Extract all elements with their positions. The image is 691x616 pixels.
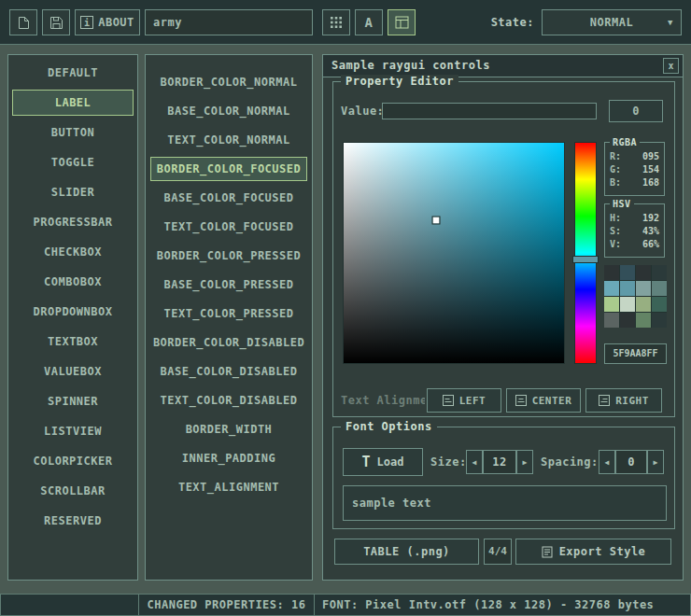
property-item[interactable]: BORDER_COLOR_NORMAL (150, 70, 307, 94)
palette-swatch[interactable] (636, 281, 651, 296)
control-item[interactable]: DROPDOWNBOX (12, 299, 134, 325)
save-style-button[interactable] (42, 9, 70, 35)
rgba-red-row: R:095 (605, 150, 664, 163)
control-item[interactable]: BUTTON (12, 119, 134, 146)
statusbar-spacer (0, 594, 139, 616)
control-item[interactable]: COLORPICKER (12, 448, 134, 474)
align-right-button[interactable]: RIGHT (585, 388, 662, 413)
pages-value-box[interactable]: 4/4 (484, 539, 512, 565)
state-value: NORMAL (590, 16, 633, 29)
palette-swatch[interactable] (620, 281, 635, 296)
font-load-label: Load (377, 455, 404, 469)
color-picker-cursor[interactable] (433, 217, 440, 223)
control-item[interactable]: TEXTBOX (12, 329, 134, 355)
control-item[interactable]: SCROLLBAR (12, 478, 134, 504)
control-item[interactable]: CHECKBOX (12, 239, 134, 265)
control-item[interactable]: PROGRESSBAR (12, 209, 134, 235)
hsv-group: HSV H:192 S:43% V:66% (604, 203, 665, 258)
align-center-button[interactable]: CENTER (506, 388, 581, 413)
property-item[interactable]: BORDER_WIDTH (150, 417, 307, 441)
control-item[interactable]: LISTVIEW (12, 418, 134, 444)
property-item[interactable]: TEXT_COLOR_PRESSED (150, 301, 307, 326)
font-load-button[interactable]: T Load (343, 448, 423, 476)
close-button[interactable]: x (663, 58, 679, 74)
hex-value-box[interactable]: 5F9AA8FF (604, 343, 667, 364)
property-value-input[interactable] (382, 103, 597, 119)
palette-swatch[interactable] (620, 313, 635, 328)
property-item[interactable]: TEXT_COLOR_NORMAL (150, 128, 307, 152)
align-right-icon (599, 395, 610, 406)
property-editor-group: Property Editor Value: 0 RGBA R:095 G:15… (332, 81, 675, 417)
hsv-value-row: V:66% (605, 238, 664, 251)
text-alignment-label: Text Alignme (341, 388, 425, 413)
state-dropdown[interactable]: NORMAL ▼ (542, 9, 682, 35)
palette-swatch[interactable] (604, 265, 619, 280)
property-item[interactable]: INNER_PADDING (150, 446, 307, 470)
palette-swatch[interactable] (652, 265, 667, 280)
align-left-icon (443, 395, 454, 406)
property-value-box[interactable]: 0 (609, 100, 663, 122)
palette-swatch[interactable] (620, 297, 635, 312)
export-style-button[interactable]: Export Style (515, 539, 671, 565)
statusbar-changed-properties: CHANGED PROPERTIES: 16 (138, 594, 315, 616)
size-decrease-button[interactable]: ◀ (466, 450, 483, 474)
property-item[interactable]: BASE_COLOR_NORMAL (150, 99, 307, 123)
control-item[interactable]: DEFAULT (12, 60, 134, 86)
toolbar: i ABOUT A State: NORMAL ▼ (0, 0, 691, 45)
property-item[interactable]: BORDER_COLOR_PRESSED (150, 244, 307, 268)
property-item[interactable]: TEXT_COLOR_FOCUSED (150, 215, 307, 239)
color-saturation-value-panel[interactable] (343, 142, 565, 364)
control-item[interactable]: SLIDER (12, 179, 134, 205)
font-icon: A (365, 15, 374, 30)
size-increase-button[interactable]: ▶ (516, 450, 533, 474)
align-center-icon (515, 395, 527, 406)
align-left-button[interactable]: LEFT (427, 388, 501, 413)
control-item[interactable]: SPINNER (12, 388, 134, 414)
palette-swatch[interactable] (604, 297, 619, 312)
export-table-button[interactable]: TABLE (.png) (334, 539, 479, 565)
hsv-saturation-row: S:43% (605, 225, 664, 238)
rgba-label: RGBA (610, 136, 640, 149)
palette-swatch[interactable] (604, 313, 619, 328)
export-icon (542, 546, 553, 558)
palette-swatch[interactable] (652, 297, 667, 312)
control-item[interactable]: TOGGLE (12, 149, 134, 175)
palette-swatch[interactable] (652, 313, 667, 328)
palette-swatch[interactable] (652, 281, 667, 296)
size-value-box[interactable]: 12 (483, 450, 516, 474)
grid-view-button[interactable] (322, 9, 350, 35)
statusbar-font-info: FONT: Pixel Intv.otf (128 x 128) - 32768… (314, 594, 691, 616)
property-item[interactable]: BASE_COLOR_PRESSED (150, 273, 307, 297)
control-item[interactable]: VALUEBOX (12, 358, 134, 385)
controls-list-panel: DEFAULT LABEL BUTTON TOGGLE SLIDER PROGR… (7, 54, 138, 581)
new-style-button[interactable] (9, 9, 37, 35)
sample-text-box[interactable]: sample text (343, 485, 667, 521)
hue-slider[interactable] (574, 142, 597, 364)
property-item[interactable]: BORDER_COLOR_DISABLED (150, 330, 307, 355)
control-item[interactable]: COMBOBOX (12, 269, 134, 295)
palette-swatch[interactable] (636, 297, 651, 312)
palette-swatch[interactable] (604, 281, 619, 296)
value-label: Value: (341, 103, 384, 119)
property-item[interactable]: BASE_COLOR_DISABLED (150, 359, 307, 384)
palette-swatch[interactable] (636, 265, 651, 280)
spacing-value-box[interactable]: 0 (615, 450, 647, 474)
hue-slider-handle[interactable] (572, 256, 599, 263)
palette-swatch[interactable] (636, 313, 651, 328)
property-item[interactable]: TEXT_ALIGNMENT (150, 475, 307, 499)
window-title: Sample raygui controls (331, 59, 490, 72)
new-file-icon (18, 16, 30, 30)
property-item-selected[interactable]: BORDER_COLOR_FOCUSED (150, 157, 307, 181)
about-button[interactable]: i ABOUT (75, 9, 140, 35)
spacing-increase-button[interactable]: ▶ (647, 450, 664, 474)
control-item[interactable]: RESERVED (12, 508, 134, 534)
font-view-button[interactable]: A (355, 9, 383, 35)
style-table-button[interactable] (388, 9, 416, 35)
control-item-selected[interactable]: LABEL (12, 90, 134, 116)
palette-swatch[interactable] (620, 265, 635, 280)
style-table-icon (395, 16, 409, 29)
property-item[interactable]: TEXT_COLOR_DISABLED (150, 388, 307, 413)
style-name-input[interactable] (145, 9, 313, 35)
spacing-decrease-button[interactable]: ◀ (599, 450, 615, 474)
property-item[interactable]: BASE_COLOR_FOCUSED (150, 186, 307, 210)
